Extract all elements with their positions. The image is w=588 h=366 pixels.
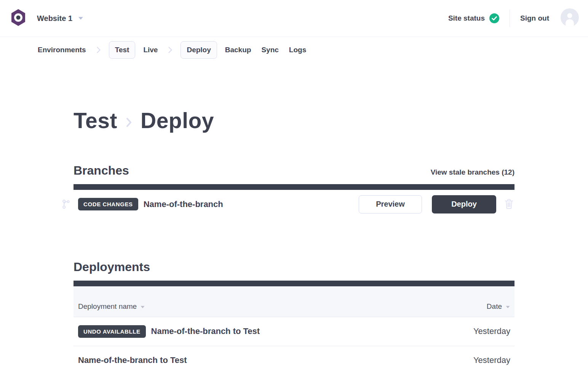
tab-test[interactable]: Test: [109, 41, 136, 59]
site-status-label: Site status: [448, 14, 485, 22]
check-circle-icon: [485, 13, 499, 23]
branch-name: Name-of-the-branch: [144, 199, 223, 209]
site-name: Website 1: [37, 14, 72, 23]
sort-by-name[interactable]: Deployment name: [78, 302, 145, 311]
hexagon-logo-icon: [11, 9, 26, 27]
tab-logs[interactable]: Logs: [289, 46, 306, 54]
branch-row: CODE CHANGES Name-of-the-branch Preview …: [74, 190, 514, 219]
sort-caret-icon: [502, 302, 510, 311]
env-nav: Environments Test Live Deploy Backup Syn…: [0, 37, 588, 63]
deployments-table-header: Deployment name Date: [74, 286, 514, 317]
deployment-row[interactable]: Name-of-the-branch to Test Yesterday: [74, 346, 514, 366]
branch-actions: Preview Deploy: [359, 195, 514, 214]
deployment-name: Name-of-the-branch to Test: [78, 355, 187, 365]
site-status[interactable]: Site status: [448, 13, 499, 23]
page-title-env: Test: [74, 110, 117, 132]
chevron-right-icon: [168, 47, 173, 53]
deployment-name: UNDO AVAILABLLE Name-of-the-branch to Te…: [78, 325, 260, 338]
header-right: Site status Sign out: [448, 8, 579, 28]
avatar[interactable]: [561, 8, 579, 28]
chevron-right-icon: [126, 110, 132, 132]
sort-by-date[interactable]: Date: [487, 302, 510, 311]
chevron-down-icon: [72, 15, 84, 22]
tab-sync[interactable]: Sync: [261, 46, 278, 54]
delete-branch-button[interactable]: [503, 197, 514, 211]
tab-live[interactable]: Live: [143, 46, 158, 54]
chevron-right-icon: [96, 47, 101, 53]
app-header: Website 1 Site status Sign out: [0, 0, 588, 37]
sort-caret-icon: [137, 302, 145, 311]
status-badge: CODE CHANGES: [78, 198, 138, 210]
page-title-section: Deploy: [141, 110, 214, 132]
branches-heading: Branches: [74, 164, 129, 178]
deployment-date: Yesterday: [473, 326, 510, 336]
main-content: Test Deploy Branches View stale branches…: [0, 110, 588, 366]
section-divider-bar: [74, 281, 514, 286]
deploy-button[interactable]: Deploy: [432, 195, 496, 214]
branches-section: Branches View stale branches (12) CODE C…: [74, 164, 514, 219]
page-title: Test Deploy: [74, 110, 514, 132]
trash-icon: [503, 197, 514, 211]
deployment-name-text: Name-of-the-branch to Test: [151, 326, 260, 336]
column-date-label: Date: [487, 302, 502, 311]
site-switcher[interactable]: Website 1: [37, 14, 84, 23]
preview-button[interactable]: Preview: [359, 195, 422, 214]
user-avatar-icon: [561, 8, 579, 28]
nav-environments[interactable]: Environments: [38, 46, 86, 54]
brand-logo[interactable]: [11, 9, 26, 27]
view-stale-branches-link[interactable]: View stale branches (12): [431, 168, 514, 177]
deployments-section: Deployments Deployment name Date UNDO AV…: [74, 260, 514, 366]
tab-backup[interactable]: Backup: [225, 46, 251, 54]
deployment-date: Yesterday: [473, 355, 510, 365]
deployment-row[interactable]: UNDO AVAILABLLE Name-of-the-branch to Te…: [74, 317, 514, 346]
git-branch-icon: [62, 199, 72, 209]
column-name-label: Deployment name: [78, 302, 137, 311]
undo-badge: UNDO AVAILABLLE: [78, 325, 146, 338]
sign-out-link[interactable]: Sign out: [520, 14, 549, 22]
deployment-name-text: Name-of-the-branch to Test: [78, 355, 187, 365]
deployments-heading: Deployments: [74, 260, 150, 274]
tab-deploy[interactable]: Deploy: [181, 41, 217, 59]
section-divider-bar: [74, 184, 514, 190]
header-divider: [510, 10, 510, 27]
